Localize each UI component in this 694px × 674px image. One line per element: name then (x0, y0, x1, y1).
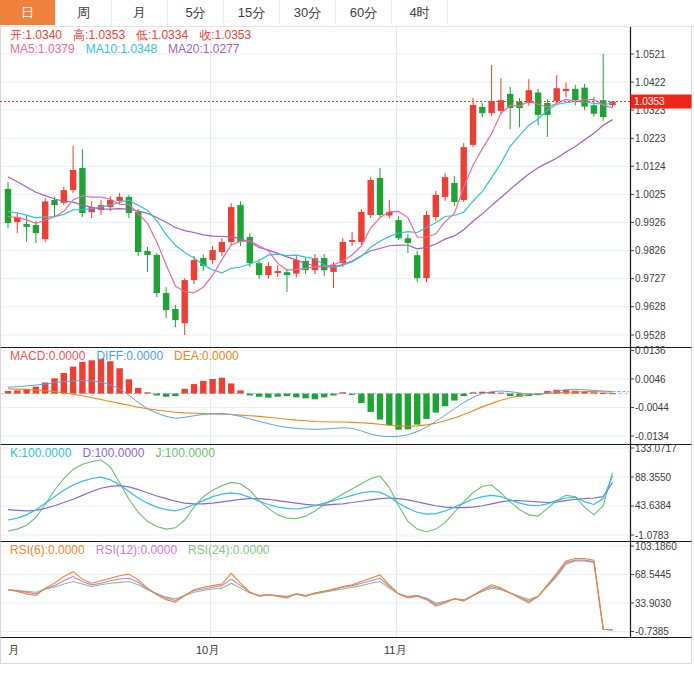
candle-body (163, 293, 169, 310)
macd-bar (451, 394, 457, 401)
tab-15min[interactable]: 15分 (224, 0, 280, 25)
macd-bar (284, 394, 290, 397)
candle-body (368, 180, 374, 215)
main-axis-tick-label: 1.0521 (635, 49, 666, 60)
macd-bar (377, 394, 383, 420)
candle-body (275, 271, 281, 273)
macd-bar (405, 394, 411, 430)
main-axis-tick-label: 0.9727 (635, 273, 666, 284)
macd-legend-item-2: DEA:0.0000 (174, 349, 239, 363)
ma-legend-item-2: MA20:1.0277 (168, 42, 239, 56)
macd-bar (98, 359, 104, 394)
macd-bar (265, 394, 271, 398)
candle-body (451, 183, 457, 202)
tab-30min[interactable]: 30分 (280, 0, 336, 25)
main-axis-tick-label: 1.0223 (635, 133, 666, 144)
macd-bar (321, 394, 327, 398)
macd-bar (423, 394, 429, 419)
macd-bar (135, 388, 141, 394)
tab-month[interactable]: 月 (112, 0, 168, 25)
macd-bar (200, 381, 206, 394)
kdj-legend: K:100.0000D:100.0000J:100.0000 (10, 447, 226, 460)
candle-body (144, 251, 150, 255)
main-axis-tick-label: 1.0025 (635, 189, 666, 200)
macd-bar (442, 394, 448, 407)
macd-bar (386, 394, 392, 426)
main-axis-tick-label: 0.9926 (635, 217, 666, 228)
candle-body (479, 107, 485, 113)
candle-body (70, 170, 76, 190)
macd-bar (209, 379, 215, 394)
candle-body (154, 255, 160, 293)
period-toolbar: 日 周 月 5分 15分 30分 60分 4时 (0, 0, 694, 27)
candle-body (5, 189, 11, 223)
x-axis-label: 10月 (196, 644, 219, 656)
tab-day[interactable]: 日 (0, 0, 56, 25)
main-axis-tick-label: 1.0422 (635, 77, 666, 88)
macd-bar (5, 391, 11, 394)
candle-body (191, 260, 197, 280)
macd-axis-tick-label: 0.0046 (635, 374, 666, 385)
main-axis-tick-label: 0.9528 (635, 330, 666, 341)
macd-axis-tick-label: -0.0044 (635, 402, 669, 413)
candle-body (284, 272, 290, 275)
main-axis-tick-label: 1.0124 (635, 161, 666, 172)
macd-bar (507, 394, 513, 397)
x-axis-label: 月 (8, 644, 19, 656)
ohlc-legend-item-1: 高:1.0353 (73, 28, 125, 42)
candle-body (237, 205, 243, 242)
kdj-axis-tick-label: 88.3550 (635, 472, 672, 483)
candle-body (405, 238, 411, 243)
macd-bar (154, 394, 160, 396)
candle-body (581, 88, 587, 107)
ohlc-legend: 开:1.0340高:1.0353低:1.0334收:1.0353 (10, 29, 262, 42)
candle-body (600, 100, 606, 117)
candle-body (442, 177, 448, 197)
macd-bar (414, 394, 420, 425)
macd-bar (79, 362, 85, 394)
chart-canvas[interactable]: 1.05211.04221.03231.02231.01241.00250.99… (0, 0, 694, 674)
rsi-legend-item-1: RSI(12):0.0000 (96, 543, 177, 557)
candle-body (219, 242, 225, 252)
ma-legend: MA5:1.0379MA10:1.0348MA20:1.0277 (10, 43, 251, 56)
ma-legend-item-1: MA10:1.0348 (86, 42, 157, 56)
macd-bar (591, 392, 597, 393)
macd-bar (340, 392, 346, 393)
macd-bar (312, 394, 318, 400)
rsi-legend-item-0: RSI(6):0.0000 (10, 543, 85, 557)
tab-week[interactable]: 周 (56, 0, 112, 25)
rsi-legend: RSI(6):0.0000RSI(12):0.0000RSI(24):0.000… (10, 544, 281, 557)
candle-body (377, 178, 383, 215)
macd-bar (358, 394, 364, 404)
macd-bar (61, 373, 67, 394)
macd-bar (600, 393, 606, 394)
x-axis-label: 11月 (384, 644, 406, 656)
candle-body (135, 212, 141, 252)
candle-body (470, 105, 476, 145)
tab-4hour[interactable]: 4时 (392, 0, 448, 25)
kdj-legend-item-1: D:100.0000 (82, 446, 144, 460)
candle-body (182, 280, 188, 323)
chart-frame (1, 27, 692, 664)
macd-bar (163, 394, 169, 397)
rsi-axis-tick-label: -0.7385 (635, 626, 669, 637)
macd-bar (256, 394, 262, 397)
kdj-axis-tick-label: 133.0717 (635, 443, 677, 454)
main-axis-tick-label: 0.9628 (635, 301, 666, 312)
main-axis-tick-label: 0.9826 (635, 245, 666, 256)
candle-body (172, 309, 178, 320)
tab-60min[interactable]: 60分 (336, 0, 392, 25)
candle-body (591, 105, 597, 113)
macd-bar (609, 393, 615, 394)
macd-bar (433, 394, 439, 413)
kdj-axis-tick-label: -1.0783 (635, 530, 669, 541)
tab-5min[interactable]: 5分 (168, 0, 224, 25)
macd-axis-tick-label: -0.0134 (635, 431, 669, 442)
macd-bar (191, 384, 197, 394)
rsi-axis-tick-label: 33.9030 (635, 598, 672, 609)
candle-body (256, 263, 262, 275)
macd-bar (219, 378, 225, 394)
kdj-legend-item-0: K:100.0000 (10, 446, 71, 460)
trading-chart-page: { "toolbar": { "tabs": [ {"label": "日", … (0, 0, 694, 674)
candle-body (395, 220, 401, 238)
